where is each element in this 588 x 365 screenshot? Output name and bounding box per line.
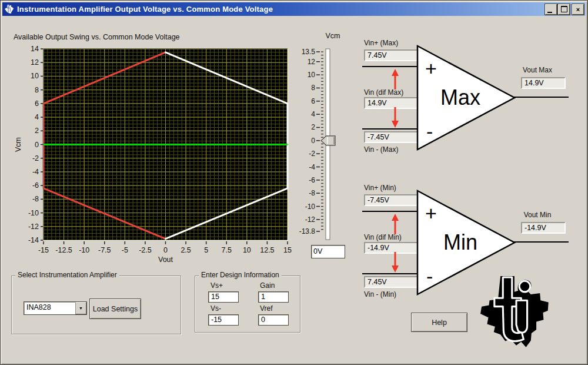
svg-text:0: 0: [163, 246, 168, 254]
output-wire: [513, 97, 569, 98]
vin-plus-max-field: 7.45V: [364, 49, 418, 61]
svg-text:-8: -8: [309, 189, 315, 197]
vout-min-field: -14.9V: [521, 222, 566, 234]
svg-text:-12: -12: [305, 215, 316, 224]
app-window: Instrumentation Amplifier Output Voltage…: [0, 0, 588, 365]
svg-text:-6: -6: [32, 181, 39, 190]
vcm-value-input[interactable]: 0V: [311, 245, 345, 258]
arrow-up-icon: [391, 69, 399, 90]
svg-text:4: 4: [311, 110, 315, 118]
vin-minus-min-label: Vin - (Min): [364, 290, 396, 298]
svg-text:-10: -10: [28, 209, 39, 217]
max-amplifier-section: Vin+ (Max) 7.45V Vin (dif Max) 14.9V -7.…: [360, 37, 588, 162]
svg-text:Vout: Vout: [158, 256, 173, 264]
design-info-group: Enter Design Information Vs+ 15 Gain 1 V…: [195, 276, 300, 333]
vin-dif-min-label: Vin (dif Min): [364, 233, 402, 241]
svg-text:6: 6: [35, 99, 39, 108]
arrow-down-icon: [391, 107, 399, 128]
svg-text:5: 5: [204, 246, 208, 254]
vs-plus-label: Vs+: [211, 281, 223, 290]
svg-text:-2: -2: [32, 154, 39, 162]
maximize-button[interactable]: [558, 4, 570, 15]
load-settings-button[interactable]: Load Settings: [89, 298, 141, 319]
vref-label: Vref: [260, 304, 273, 313]
vout-max-field: 14.9V: [521, 77, 566, 89]
gain-input[interactable]: 1: [258, 291, 289, 303]
ti-logo: [480, 276, 553, 350]
ti-app-icon: [4, 5, 15, 14]
svg-text:-5: -5: [122, 246, 128, 254]
vin-plus-max-label: Vin+ (Max): [364, 39, 398, 47]
svg-text:-7.5: -7.5: [98, 246, 111, 254]
svg-text:0: 0: [311, 137, 315, 145]
svg-text:14: 14: [31, 45, 39, 53]
output-wire: [513, 241, 569, 243]
vout-max-label: Vout Max: [510, 66, 564, 74]
plus-input-symbol: +: [425, 202, 437, 224]
svg-text:Vcm: Vcm: [14, 137, 22, 152]
amplifier-dropdown[interactable]: INA828 ▼: [24, 301, 87, 315]
svg-text:10: 10: [31, 72, 39, 80]
amp-name: Min: [443, 230, 477, 254]
vs-minus-input[interactable]: -15: [208, 314, 239, 326]
chevron-down-icon[interactable]: ▼: [75, 302, 86, 314]
arrow-down-icon: [391, 251, 399, 273]
svg-text:-2: -2: [309, 150, 315, 158]
svg-text:8: 8: [35, 86, 39, 94]
svg-text:13.5: 13.5: [302, 48, 316, 56]
max-amp-triangle: + - Max: [416, 44, 517, 151]
svg-text:10: 10: [308, 71, 316, 79]
title-bar: Instrumentation Amplifier Output Voltage…: [2, 2, 586, 16]
svg-text:2.5: 2.5: [181, 246, 191, 254]
vs-minus-label: Vs-: [211, 304, 221, 313]
window-title: Instrumentation Amplifier Output Voltage…: [17, 5, 544, 14]
vin-minus-max-label: Vin - (Max): [364, 145, 398, 154]
vin-dif-max-label: Vin (dif Max): [364, 88, 403, 97]
output-swing-chart[interactable]: -14-12-10-8-6-4-202468101214-15-12.5-10-…: [12, 39, 306, 269]
vout-min-label: Vout Min: [510, 211, 564, 219]
svg-text:2: 2: [35, 127, 39, 135]
minimize-button[interactable]: [545, 4, 557, 15]
svg-text:-6: -6: [309, 176, 315, 184]
minus-input-wire: [362, 128, 417, 130]
help-button[interactable]: Help: [411, 313, 467, 332]
svg-text:15: 15: [283, 246, 292, 254]
arrow-up-icon: [391, 214, 399, 235]
svg-text:-8: -8: [32, 195, 39, 203]
minimize-icon: [547, 12, 552, 13]
amp-select-group: Select Instrumentation Amplifier INA828 …: [11, 276, 181, 334]
svg-text:-4: -4: [32, 168, 39, 176]
vcm-slider[interactable]: 13.5121086420-2-4-6-8-10-12-13.8: [298, 45, 345, 243]
plus-input-wire: [362, 211, 417, 212]
svg-text:8: 8: [311, 84, 315, 92]
plus-input-wire: [362, 66, 417, 67]
svg-text:12: 12: [308, 58, 316, 66]
svg-text:-13.8: -13.8: [299, 227, 316, 235]
maximize-icon: [561, 6, 567, 12]
gain-label: Gain: [260, 281, 275, 290]
svg-text:-10: -10: [305, 203, 316, 211]
close-button[interactable]: ×: [572, 4, 584, 15]
min-amplifier-section: Vin+ (Min) -7.45V Vin (dif Min) -14.9V 7…: [360, 182, 588, 307]
vref-input[interactable]: 0: [258, 314, 289, 326]
amp-name: Max: [440, 85, 480, 110]
vs-plus-input[interactable]: 15: [208, 291, 239, 303]
svg-text:-12.5: -12.5: [55, 246, 72, 254]
svg-text:-2.5: -2.5: [139, 246, 152, 254]
svg-text:6: 6: [311, 97, 315, 105]
svg-text:10: 10: [243, 246, 251, 254]
vin-plus-min-label: Vin+ (Min): [364, 184, 396, 192]
vin-plus-min-field: -7.45V: [364, 194, 418, 206]
svg-text:-4: -4: [309, 163, 315, 171]
svg-text:0: 0: [35, 141, 39, 149]
svg-text:12.5: 12.5: [260, 246, 274, 254]
svg-text:12: 12: [31, 58, 39, 67]
minus-input-symbol: -: [426, 120, 433, 142]
minus-input-symbol: -: [426, 265, 433, 287]
vin-minus-min-field: 7.45V: [364, 276, 418, 288]
amp-select-group-label: Select Instrumentation Amplifier: [15, 271, 119, 279]
vin-minus-max-field: -7.45V: [364, 131, 418, 143]
amplifier-dropdown-value: INA828: [24, 302, 75, 314]
vcm-slider-label: Vcm: [320, 32, 346, 40]
svg-text:2: 2: [311, 123, 315, 131]
